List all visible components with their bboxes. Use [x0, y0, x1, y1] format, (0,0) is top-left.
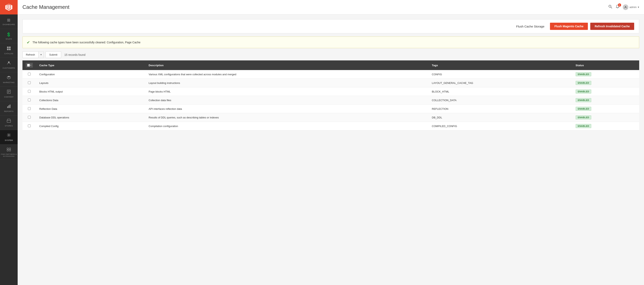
sidebar-logo[interactable]	[0, 0, 18, 15]
row-checkbox[interactable]	[28, 81, 31, 84]
svg-point-13	[8, 134, 10, 136]
sidebar-item-content[interactable]: CONTENT	[0, 87, 18, 101]
row-cache-type: Compiled Config	[36, 122, 145, 130]
notifications-icon[interactable]: 2	[616, 5, 620, 10]
avatar	[623, 5, 628, 10]
row-status: ENABLED	[572, 70, 639, 79]
sidebar-item-customers[interactable]: CUSTOMERS	[0, 58, 18, 72]
svg-rect-1	[9, 47, 11, 48]
status-badge: ENABLED	[576, 98, 592, 102]
row-checkbox[interactable]	[28, 90, 31, 93]
row-description: API interfaces reflection data	[145, 105, 429, 113]
search-icon[interactable]	[608, 5, 612, 10]
select-all-checkbox[interactable]	[27, 64, 30, 67]
svg-point-20	[625, 6, 626, 8]
table-row: Layouts Layout building instructions LAY…	[22, 79, 639, 87]
sidebar-item-dashboard[interactable]: ⊞ DASHBOARD	[0, 15, 18, 29]
sidebar-item-label: SALES	[6, 38, 12, 40]
flush-cache-storage-button[interactable]: Flush Cache Storage	[513, 23, 548, 30]
submit-button[interactable]: Submit	[46, 51, 61, 58]
svg-rect-14	[7, 148, 8, 149]
sidebar-item-label: CONTENT	[4, 96, 14, 98]
success-text: The following cache types have been succ…	[32, 41, 140, 44]
svg-rect-15	[9, 148, 11, 149]
row-checkbox[interactable]	[28, 99, 31, 101]
svg-rect-0	[7, 47, 8, 48]
cache-table: ▾ Cache Type Description Tags Status Con…	[22, 60, 639, 130]
row-status: ENABLED	[572, 87, 639, 96]
table-header-row: ▾ Cache Type Description Tags Status	[22, 60, 639, 70]
marketing-icon	[6, 75, 11, 81]
content-area: Flush Cache Storage Flush Magento Cache …	[18, 15, 644, 285]
header-checkbox-dropdown-arrow[interactable]: ▾	[30, 64, 31, 66]
refresh-button[interactable]: Refresh ▾	[22, 51, 44, 58]
row-checkbox[interactable]	[28, 73, 31, 76]
sidebar: ⊞ DASHBOARD 💲 SALES CATALOG CUSTOMERS MA…	[0, 0, 18, 285]
svg-rect-17	[9, 150, 11, 151]
status-badge: ENABLED	[576, 115, 592, 119]
row-status: ENABLED	[572, 96, 639, 105]
topbar: Cache Management 2 admin ▾	[18, 0, 644, 15]
row-checkbox-cell	[22, 105, 36, 113]
header-checkbox-wrapper[interactable]: ▾	[26, 63, 33, 68]
success-icon: ✔	[27, 40, 30, 45]
sidebar-item-label: FIND PARTNERS & EXTENSIONS	[1, 153, 17, 157]
row-cache-type: Layouts	[36, 79, 145, 87]
sidebar-item-label: STORES	[5, 125, 13, 127]
sidebar-item-label: CUSTOMERS	[2, 67, 15, 69]
status-badge: ENABLED	[576, 107, 592, 111]
sidebar-item-reports[interactable]: REPORTS	[0, 101, 18, 116]
col-status: Status	[572, 60, 639, 70]
status-badge: ENABLED	[576, 124, 592, 128]
sales-icon: 💲	[6, 32, 12, 37]
customers-icon	[6, 61, 11, 66]
row-checkbox-cell	[22, 96, 36, 105]
sidebar-item-stores[interactable]: STORES	[0, 116, 18, 130]
row-status: ENABLED	[572, 113, 639, 122]
dashboard-icon: ⊞	[7, 18, 11, 23]
table-row: Reflection Data API interfaces reflectio…	[22, 105, 639, 113]
find-partners-icon	[6, 147, 11, 152]
svg-rect-3	[9, 49, 11, 50]
row-cache-type: Database DDL operations	[36, 113, 145, 122]
page-title: Cache Management	[22, 4, 69, 10]
row-description: Results of DDL queries, such as describi…	[145, 113, 429, 122]
row-tags: LAYOUT_GENERAL_CACHE_TAG	[429, 79, 572, 87]
refresh-invalidated-cache-button[interactable]: Refresh Invalidated Cache	[590, 23, 634, 30]
row-checkbox[interactable]	[28, 116, 31, 119]
col-description: Description	[145, 60, 429, 70]
svg-rect-16	[7, 150, 8, 151]
sidebar-item-find-partners[interactable]: FIND PARTNERS & EXTENSIONS	[0, 145, 18, 160]
status-badge: ENABLED	[576, 72, 592, 76]
row-status: ENABLED	[572, 105, 639, 113]
user-menu[interactable]: admin ▾	[623, 5, 639, 10]
sidebar-item-label: CATALOG	[4, 53, 13, 55]
table-row: Collections Data Collection data files C…	[22, 96, 639, 105]
row-description: Various XML configurations that were col…	[145, 70, 429, 79]
records-count: 15 records found	[64, 53, 86, 56]
table-row: Configuration Various XML configurations…	[22, 70, 639, 79]
sidebar-item-marketing[interactable]: MARKETING	[0, 72, 18, 87]
topbar-right: 2 admin ▾	[608, 5, 639, 10]
sidebar-item-catalog[interactable]: CATALOG	[0, 43, 18, 58]
catalog-icon	[6, 46, 11, 52]
row-tags: COMPILED_CONFIG	[429, 122, 572, 130]
col-tags: Tags	[429, 60, 572, 70]
refresh-dropdown-arrow[interactable]: ▾	[38, 52, 44, 58]
row-checkbox-cell	[22, 113, 36, 122]
sidebar-item-sales[interactable]: 💲 SALES	[0, 29, 18, 43]
table-controls: Refresh ▾ Submit 15 records found	[22, 51, 639, 58]
svg-point-4	[8, 61, 10, 63]
row-checkbox[interactable]	[28, 107, 31, 110]
col-cache-type: Cache Type	[36, 60, 145, 70]
user-dropdown-arrow: ▾	[638, 6, 639, 9]
svg-line-19	[611, 7, 612, 9]
row-status: ENABLED	[572, 79, 639, 87]
row-checkbox[interactable]	[28, 124, 31, 127]
sidebar-item-system[interactable]: SYSTEM	[0, 130, 18, 145]
notifications-badge: 2	[618, 4, 621, 7]
flush-magento-cache-button[interactable]: Flush Magento Cache	[550, 23, 588, 30]
action-bar: Flush Cache Storage Flush Magento Cache …	[22, 19, 639, 33]
system-icon	[6, 133, 11, 138]
user-name: admin	[630, 6, 636, 9]
